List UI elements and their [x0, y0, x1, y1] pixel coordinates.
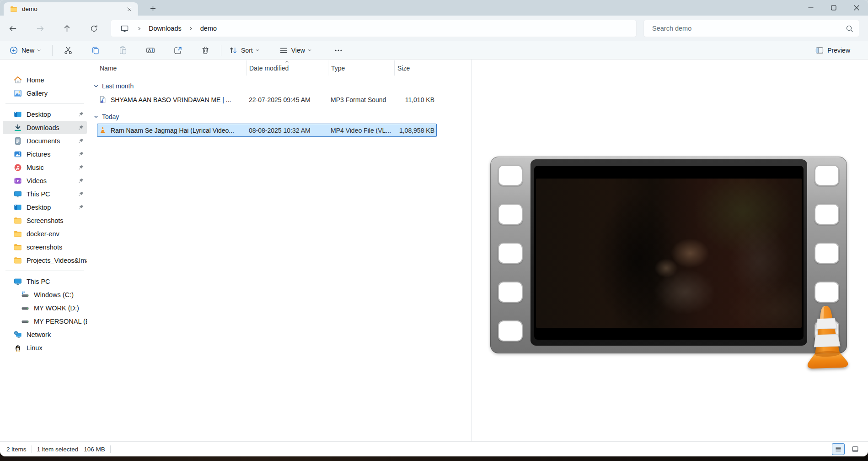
desktop-icon — [14, 110, 22, 119]
column-header-label: Date modified — [249, 65, 289, 72]
up-button[interactable] — [58, 20, 76, 37]
copy-button[interactable] — [85, 43, 107, 58]
filmstrip-hole — [814, 282, 839, 303]
pin-icon — [78, 164, 84, 171]
chevron-down-icon — [255, 48, 260, 53]
column-headers: NameDate modifiedTypeSize — [97, 60, 471, 76]
folder-icon — [10, 5, 17, 13]
file-size: 1,08,958 KB — [394, 127, 437, 134]
column-header-name[interactable]: Name — [97, 60, 246, 76]
close-window-button[interactable] — [845, 0, 868, 16]
status-divider — [110, 445, 111, 453]
sidebar-item-network[interactable]: Network — [3, 328, 87, 341]
video-frame — [534, 166, 804, 340]
forward-button[interactable] — [31, 20, 49, 37]
more-options-button[interactable] — [328, 43, 348, 58]
videos-icon — [14, 177, 22, 185]
breadcrumb[interactable]: Downloadsdemo — [111, 20, 637, 37]
sidebar-item-desktop[interactable]: Desktop — [3, 108, 87, 121]
rename-button[interactable] — [139, 43, 161, 58]
new-label: New — [21, 47, 34, 54]
sidebar-item-screenshots[interactable]: Screenshots — [3, 214, 87, 227]
view-icon — [279, 46, 288, 55]
new-button[interactable]: New — [5, 43, 45, 58]
sidebar-item-docker-env[interactable]: docker-env — [3, 227, 87, 240]
sidebar-item-pictures[interactable]: Pictures — [3, 147, 87, 161]
sidebar-item-videos[interactable]: Videos — [3, 174, 87, 187]
file-row-ram-naam-se-jagmag-hai-lyrical[interactable]: Ram Naam Se Jagmag Hai (Lyrical Video...… — [97, 124, 437, 137]
sidebar-item-label: Home — [27, 76, 87, 84]
sidebar-item-projects-videos-ima[interactable]: Projects_Videos&Ima — [3, 254, 87, 267]
monitor-icon — [120, 24, 129, 33]
column-header-size[interactable]: Size — [394, 60, 437, 76]
view-button[interactable]: View — [275, 43, 316, 58]
sidebar-item-label: Projects_Videos&Ima — [27, 257, 87, 264]
maximize-button[interactable] — [822, 0, 845, 16]
search-input[interactable] — [651, 24, 846, 33]
file-row-shyama-aan-baso-vrindavan-me[interactable]: SHYAMA AAN BASO VRINDAVAN ME | ...22-07-… — [97, 93, 437, 106]
sidebar-item-label: This PC — [27, 278, 87, 285]
breadcrumb-segment-demo[interactable]: demo — [198, 23, 219, 33]
sidebar-item-my-personal-e[interactable]: MY PERSONAL (E:) — [3, 315, 87, 328]
sidebar-item-home[interactable]: Home — [3, 73, 87, 87]
sidebar-item-label: Music — [27, 164, 78, 171]
preview-toggle-button[interactable]: Preview — [810, 43, 857, 58]
thumbnail-view-icon — [852, 445, 859, 453]
ellipsis-icon — [334, 46, 343, 55]
group-header-today[interactable]: Today — [93, 110, 471, 124]
search-box[interactable] — [643, 20, 859, 37]
tab-demo[interactable]: demo — [4, 2, 138, 16]
sidebar-item-windows-c[interactable]: Windows (C:) — [3, 288, 87, 301]
details-view-toggle[interactable] — [832, 443, 845, 455]
sidebar-item-label: Screenshots — [27, 217, 87, 224]
refresh-button[interactable] — [85, 20, 103, 37]
file-list-pane: NameDate modifiedTypeSize Last monthSHYA… — [90, 60, 471, 441]
file-name: Ram Naam Se Jagmag Hai (Lyrical Video... — [111, 127, 234, 134]
column-header-date-modified[interactable]: Date modified — [246, 60, 328, 76]
sidebar-item-linux[interactable]: Linux — [3, 341, 87, 354]
search-icon — [846, 25, 853, 33]
view-label: View — [291, 47, 305, 54]
minimize-button[interactable] — [799, 0, 822, 16]
thumbnail-view-toggle[interactable] — [849, 443, 862, 455]
filmstrip-hole — [814, 243, 839, 264]
chevron-down-icon — [37, 48, 41, 53]
group-header-last-month[interactable]: Last month — [93, 79, 471, 93]
breadcrumb-segment-downloads[interactable]: Downloads — [147, 23, 183, 33]
new-tab-button[interactable] — [146, 3, 159, 13]
share-button[interactable] — [167, 43, 189, 58]
back-button[interactable] — [4, 20, 22, 37]
sidebar-item-label: Gallery — [27, 90, 87, 97]
filmstrip-sprockets-left — [498, 157, 523, 353]
column-header-type[interactable]: Type — [328, 60, 394, 76]
sidebar-item-desktop[interactable]: Desktop — [3, 201, 87, 214]
sidebar-item-screenshots[interactable]: screenshots — [3, 240, 87, 254]
close-icon — [127, 7, 132, 11]
column-header-label: Type — [331, 65, 345, 72]
sidebar-item-label: Videos — [27, 177, 78, 184]
column-header-label: Name — [100, 65, 117, 72]
sidebar-item-music[interactable]: Music — [3, 161, 87, 174]
sidebar-item-documents[interactable]: Documents — [3, 134, 87, 147]
gallery-icon — [14, 89, 22, 98]
back-icon — [9, 24, 17, 33]
selection-count: 1 item selected — [37, 446, 79, 453]
folder-icon — [14, 230, 22, 238]
sidebar-item-my-work-d[interactable]: MY WORK (D:) — [3, 301, 87, 315]
desktop-background-strip — [0, 456, 868, 461]
network-icon — [14, 331, 22, 339]
sidebar-item-downloads[interactable]: Downloads — [3, 121, 87, 134]
filmstrip-hole — [498, 320, 523, 342]
tab-close-button[interactable] — [124, 4, 134, 14]
cut-button[interactable] — [57, 43, 79, 58]
paste-button[interactable] — [112, 43, 134, 58]
sort-button[interactable]: Sort — [225, 43, 263, 58]
sidebar-item-gallery[interactable]: Gallery — [3, 87, 87, 100]
music-icon — [14, 163, 22, 172]
delete-button[interactable] — [194, 43, 216, 58]
sidebar-item-this-pc[interactable]: This PC — [3, 187, 87, 201]
rename-icon — [146, 46, 155, 55]
vlc-file-icon — [99, 126, 107, 134]
tab-title: demo — [22, 5, 124, 12]
sidebar-item-this-pc[interactable]: This PC — [3, 275, 87, 288]
